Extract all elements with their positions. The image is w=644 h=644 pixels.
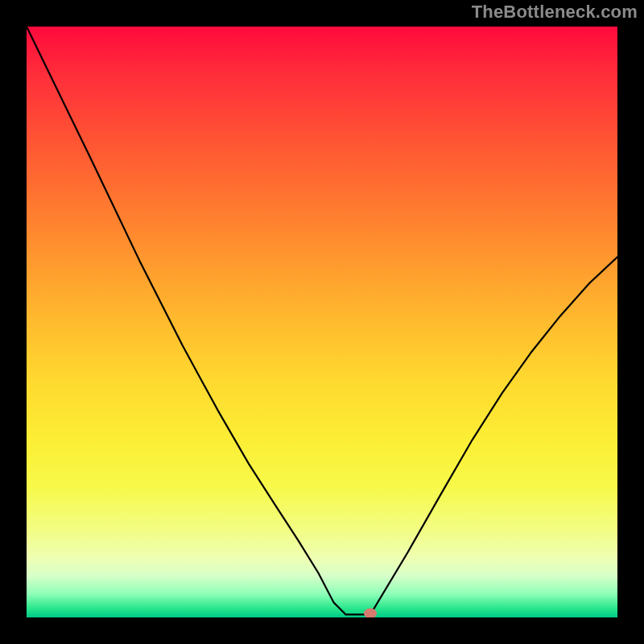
attribution-text: TheBottleneck.com (472, 2, 638, 23)
optimum-marker (364, 608, 377, 617)
curve-line (27, 27, 617, 614)
chart-container: TheBottleneck.com (0, 0, 644, 644)
plot-area (27, 27, 617, 617)
bottleneck-curve (27, 27, 617, 617)
